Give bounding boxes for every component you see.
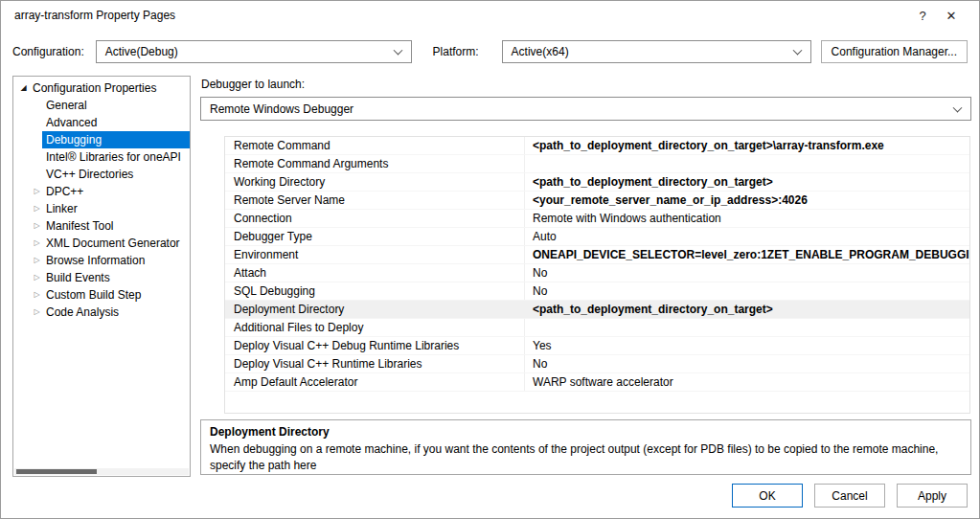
tree-collapsed-arrow-icon[interactable]: ▷: [32, 183, 42, 200]
property-name: Additional Files to Deploy: [225, 319, 525, 336]
property-grid: Remote Command<path_to_deployment_direct…: [224, 136, 970, 414]
tree-item-general[interactable]: General: [13, 97, 190, 114]
configuration-manager-button[interactable]: Configuration Manager...: [821, 40, 968, 63]
tree-collapsed-arrow-icon[interactable]: ▷: [32, 217, 42, 235]
chevron-down-icon: [393, 46, 402, 56]
help-icon: ?: [919, 9, 925, 23]
tree-collapsed-arrow-icon[interactable]: ▷: [32, 200, 42, 217]
property-row-deployment-directory[interactable]: Deployment Directory<path_to_deployment_…: [225, 301, 969, 319]
property-row-remote-command-arguments[interactable]: Remote Command Arguments: [225, 155, 969, 173]
close-button[interactable]: ✕: [937, 5, 966, 26]
configuration-dropdown[interactable]: Active(Debug): [96, 40, 412, 63]
property-value[interactable]: <your_remote_server_name_or_ip_address>:…: [525, 192, 969, 209]
property-name: Remote Command Arguments: [225, 155, 525, 172]
property-row-additional-files-to-deploy[interactable]: Additional Files to Deploy: [225, 319, 969, 337]
property-value[interactable]: ONEAPI_DEVICE_SELECTOR=level_zero:1ZET_E…: [525, 246, 969, 263]
property-value[interactable]: <path_to_deployment_directory_on_target>…: [525, 137, 969, 154]
scrollbar-thumb[interactable]: [16, 469, 97, 474]
property-row-debugger-type[interactable]: Debugger TypeAuto: [225, 228, 969, 246]
property-value[interactable]: WARP software accelerator: [525, 373, 969, 391]
tree-collapsed-arrow-icon[interactable]: ▷: [32, 235, 42, 252]
property-name: Connection: [225, 210, 525, 227]
tree-item-build-events[interactable]: ▷Build Events: [13, 269, 190, 286]
tree-item-configuration-properties[interactable]: ◢Configuration Properties: [13, 79, 190, 97]
tree-item-vc-directories[interactable]: VC++ Directories: [13, 166, 190, 183]
property-name: Deployment Directory: [225, 301, 525, 318]
close-icon: ✕: [946, 9, 957, 23]
tree-item-label: VC++ Directories: [42, 166, 190, 183]
tree-item-intel-libraries-for-oneapi[interactable]: Intel® Libraries for oneAPI: [13, 148, 190, 166]
property-row-deploy-visual-c-runtime-libraries[interactable]: Deploy Visual C++ Runtime LibrariesNo: [225, 355, 969, 373]
tree-item-label: Intel® Libraries for oneAPI: [42, 148, 190, 166]
debugger-to-launch-label: Debugger to launch:: [201, 78, 305, 91]
tree-item-xml-document-generator[interactable]: ▷XML Document Generator: [13, 235, 190, 252]
property-value[interactable]: No: [525, 355, 969, 372]
property-value[interactable]: [525, 155, 969, 172]
tree-item-label: DPC++: [42, 183, 190, 200]
tree-item-label: Debugging: [42, 131, 190, 148]
tree-expanded-arrow-icon[interactable]: ◢: [18, 79, 29, 97]
horizontal-scrollbar[interactable]: [14, 468, 189, 475]
tree-item-custom-build-step[interactable]: ▷Custom Build Step: [13, 286, 190, 304]
debugger-value: Remote Windows Debugger: [210, 102, 353, 116]
property-value[interactable]: Auto: [525, 228, 969, 245]
property-value[interactable]: Remote with Windows authentication: [525, 210, 969, 227]
configuration-tree: ◢Configuration PropertiesGeneralAdvanced…: [13, 77, 190, 321]
tree-item-code-analysis[interactable]: ▷Code Analysis: [13, 304, 190, 321]
property-row-working-directory[interactable]: Working Directory<path_to_deployment_dir…: [225, 173, 969, 192]
tree-item-label: Browse Information: [42, 252, 190, 269]
property-value[interactable]: <path_to_deployment_directory_on_target>: [525, 173, 969, 191]
property-row-deploy-visual-c-debug-runtime-libraries[interactable]: Deploy Visual C++ Debug Runtime Librarie…: [225, 337, 969, 355]
property-row-amp-default-accelerator[interactable]: Amp Default AcceleratorWARP software acc…: [225, 373, 969, 392]
property-row-environment[interactable]: EnvironmentONEAPI_DEVICE_SELECTOR=level_…: [225, 246, 969, 264]
property-value[interactable]: [525, 319, 969, 336]
tree-item-debugging[interactable]: Debugging: [13, 131, 190, 148]
property-name: Remote Command: [225, 137, 525, 154]
tree-item-dpc[interactable]: ▷DPC++: [13, 183, 190, 200]
tree-item-label: Code Analysis: [42, 304, 190, 321]
tree-item-label: Custom Build Step: [42, 286, 190, 304]
description-text: When debugging on a remote machine, if y…: [210, 441, 962, 474]
property-name: SQL Debugging: [225, 282, 525, 300]
tree-item-label: Configuration Properties: [29, 79, 190, 97]
property-value[interactable]: No: [525, 264, 969, 282]
tree-item-advanced[interactable]: Advanced: [13, 114, 190, 131]
tree-item-manifest-tool[interactable]: ▷Manifest Tool: [13, 217, 190, 235]
property-row-remote-server-name[interactable]: Remote Server Name<your_remote_server_na…: [225, 192, 969, 210]
tree-item-label: General: [42, 97, 190, 114]
cancel-button[interactable]: Cancel: [814, 484, 885, 508]
platform-value: Active(x64): [512, 45, 569, 58]
property-value[interactable]: Yes: [525, 337, 969, 354]
titlebar[interactable]: array-transform Property Pages ? ✕: [1, 1, 979, 30]
tree-collapsed-arrow-icon[interactable]: ▷: [32, 286, 42, 304]
help-button[interactable]: ?: [908, 5, 937, 26]
tree-collapsed-arrow-icon[interactable]: ▷: [32, 252, 42, 269]
button-row: OK Cancel Apply: [732, 484, 968, 508]
platform-dropdown[interactable]: Active(x64): [502, 40, 811, 63]
tree-item-linker[interactable]: ▷Linker: [13, 200, 190, 217]
property-name: Debugger Type: [225, 228, 525, 245]
tree-panel: ◢Configuration PropertiesGeneralAdvanced…: [12, 76, 191, 477]
description-title: Deployment Directory: [210, 425, 962, 439]
property-row-connection[interactable]: ConnectionRemote with Windows authentica…: [225, 210, 969, 228]
tree-item-browse-information[interactable]: ▷Browse Information: [13, 252, 190, 269]
debugger-dropdown[interactable]: Remote Windows Debugger: [200, 97, 971, 121]
property-name: Deploy Visual C++ Debug Runtime Librarie…: [225, 337, 525, 354]
property-pages-dialog: array-transform Property Pages ? ✕ Confi…: [0, 0, 980, 519]
property-row-sql-debugging[interactable]: SQL DebuggingNo: [225, 282, 969, 301]
property-row-attach[interactable]: AttachNo: [225, 264, 969, 282]
description-panel: Deployment Directory When debugging on a…: [200, 419, 971, 475]
configuration-value: Active(Debug): [105, 45, 178, 58]
property-name: Working Directory: [225, 173, 525, 191]
window-title: array-transform Property Pages: [14, 9, 908, 22]
configuration-label: Configuration:: [12, 45, 84, 58]
tree-collapsed-arrow-icon[interactable]: ▷: [32, 304, 42, 321]
tree-collapsed-arrow-icon[interactable]: ▷: [32, 269, 42, 286]
property-value[interactable]: <path_to_deployment_directory_on_target>: [525, 301, 969, 318]
tree-item-label: Linker: [42, 200, 190, 217]
tree-item-label: Advanced: [42, 114, 190, 131]
ok-button[interactable]: OK: [732, 484, 803, 508]
property-row-remote-command[interactable]: Remote Command<path_to_deployment_direct…: [225, 137, 969, 155]
property-value[interactable]: No: [525, 282, 969, 300]
apply-button[interactable]: Apply: [897, 484, 968, 508]
